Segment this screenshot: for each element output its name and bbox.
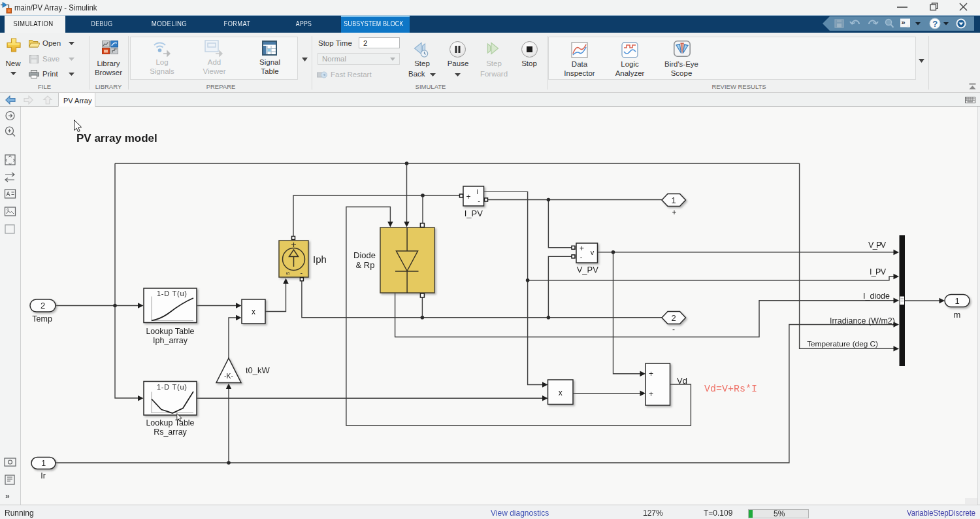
svg-text:Rs_array: Rs_array bbox=[154, 427, 187, 437]
svg-text:1: 1 bbox=[41, 458, 46, 468]
svg-text:v: v bbox=[591, 248, 595, 256]
svg-text:s: s bbox=[284, 272, 291, 275]
svg-text:+: + bbox=[580, 244, 584, 253]
svg-text:m: m bbox=[954, 310, 961, 320]
svg-text:Temperature (deg C): Temperature (deg C) bbox=[807, 339, 878, 348]
svg-text:1: 1 bbox=[671, 195, 676, 205]
svg-text:& Rp: & Rp bbox=[356, 260, 375, 270]
svg-text:x: x bbox=[252, 307, 255, 316]
svg-text:Lookup Table: Lookup Table bbox=[146, 327, 194, 336]
svg-text:I_diode: I_diode bbox=[863, 292, 890, 301]
svg-text:-: - bbox=[672, 325, 675, 334]
svg-text:Iph: Iph bbox=[313, 254, 327, 265]
svg-text:1-D T(u): 1-D T(u) bbox=[157, 383, 187, 391]
svg-text:2: 2 bbox=[671, 313, 676, 323]
svg-text:t0_kW: t0_kW bbox=[246, 365, 270, 375]
svg-text:Iph_array: Iph_array bbox=[153, 336, 188, 345]
svg-text:-: - bbox=[301, 269, 303, 276]
svg-text:Temp: Temp bbox=[32, 314, 52, 324]
svg-text:+: + bbox=[649, 369, 653, 378]
svg-text:I_PV: I_PV bbox=[870, 267, 887, 276]
svg-text:Lookup Table: Lookup Table bbox=[146, 418, 194, 427]
svg-text:Diode: Diode bbox=[353, 250, 376, 260]
svg-text:1: 1 bbox=[955, 296, 959, 306]
svg-text:1-D T(u): 1-D T(u) bbox=[157, 290, 187, 297]
svg-text:-K-: -K- bbox=[224, 372, 234, 380]
svg-text:-: - bbox=[580, 253, 583, 261]
svg-text:Vd=V+Rs*I: Vd=V+Rs*I bbox=[704, 384, 757, 395]
svg-text:V_PV: V_PV bbox=[868, 241, 887, 250]
svg-text:+: + bbox=[649, 390, 653, 399]
svg-text:Vd: Vd bbox=[677, 376, 687, 386]
svg-text:V_PV: V_PV bbox=[577, 265, 599, 275]
svg-text:+: + bbox=[672, 208, 676, 217]
svg-text:Irradiance (W/m2): Irradiance (W/m2) bbox=[830, 316, 895, 326]
svg-text:Ir: Ir bbox=[41, 471, 46, 480]
svg-text:-: - bbox=[478, 197, 480, 205]
svg-text:PV array model: PV array model bbox=[76, 132, 157, 144]
svg-text:2: 2 bbox=[41, 301, 45, 310]
svg-text:+: + bbox=[466, 192, 470, 201]
svg-text:i: i bbox=[476, 188, 478, 195]
svg-text:x: x bbox=[559, 388, 563, 397]
svg-text:I_PV: I_PV bbox=[465, 209, 483, 218]
